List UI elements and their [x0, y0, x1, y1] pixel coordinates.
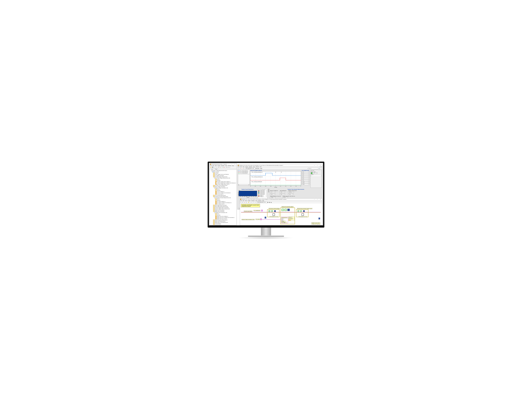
maximize-button[interactable]: □ — [316, 199, 319, 200]
tree-item[interactable]: +Typedefs — [210, 180, 236, 181]
tree-item[interactable]: −DC-RMS Voltage Measurement.lvlib — [210, 177, 236, 179]
menu-view[interactable]: View — [242, 166, 244, 167]
run-icon[interactable]: ▷ — [240, 202, 242, 203]
project-tree[interactable]: −Project: PCBA Measurements.lvproj+My Co… — [210, 170, 236, 225]
sequence-frame-1[interactable]: Push Button for 1 ms — [267, 209, 279, 217]
pe-titlebar[interactable]: ▶ PCBA Measurements.lvproj - Project Exp… — [210, 164, 236, 165]
tree-item[interactable]: +SubVIs — [210, 179, 236, 180]
menu-edit[interactable]: Edit — [243, 200, 244, 201]
tree-item[interactable]: +DC-RMS Current Measurement — [210, 185, 236, 186]
menu-view[interactable]: View — [245, 200, 247, 201]
cut-icon[interactable]: ✂ — [216, 167, 217, 168]
bd-canvas[interactable]: Animation and Tweeter sound checkSequent… — [240, 203, 322, 225]
tree-item[interactable]: +Static Digital State Generation — [210, 205, 236, 206]
tree-item[interactable]: +Digital PWM Measurement — [210, 221, 236, 222]
tree-item[interactable]: +SubVIs — [210, 198, 236, 200]
menu-file[interactable]: File — [238, 166, 239, 167]
digital-acquire-node[interactable] — [287, 209, 290, 211]
menu-view[interactable]: View — [215, 165, 217, 166]
tree-item[interactable]: −Digital Pulse Generation.lvlib — [210, 212, 236, 213]
close-button[interactable]: ✕ — [319, 199, 322, 200]
menu-help[interactable]: Help — [260, 166, 261, 167]
save-all-icon[interactable]: 📑 — [214, 167, 215, 168]
tree-item[interactable]: +Power Supply Source and Measure — [210, 174, 236, 175]
subvi-node[interactable] — [298, 210, 299, 212]
tree-item[interactable]: SV Gen Configure and Generate.vi — [210, 192, 236, 194]
tree-item[interactable]: −Frequency Domain Measurement.lvlib — [210, 197, 236, 198]
highlight-icon[interactable]: 💡 — [248, 202, 249, 203]
tree-item[interactable]: FDV Meas Configure and Measure.vi — [210, 202, 236, 203]
plot-style-icon[interactable]: ▭ — [266, 192, 267, 192]
tree-item[interactable]: Digital Pulse Gen Configure and Generate… — [210, 217, 236, 218]
menu-edit[interactable]: Edit — [240, 166, 242, 167]
filter-icon[interactable]: ☰ — [226, 167, 227, 168]
indicator-terminal[interactable] — [265, 217, 266, 219]
menu-help[interactable]: Help — [232, 165, 234, 166]
tree-item[interactable]: DC-RMS Voltage Meas Close.vi — [210, 183, 236, 185]
retain-wire-icon[interactable]: ⥿ — [249, 202, 251, 203]
help-icon[interactable]: ? — [320, 168, 322, 169]
merge-node[interactable] — [302, 214, 304, 216]
tree-item[interactable]: DC-RMS Voltage Meas Configure and Measur… — [210, 182, 236, 183]
copy-icon[interactable]: ⧉ — [217, 167, 219, 168]
subvi-node[interactable] — [282, 209, 284, 211]
menu-operate[interactable]: Operate — [221, 165, 224, 166]
tree-item[interactable]: −Signal Voltage Generation.lvlib — [210, 187, 236, 189]
menu-window[interactable]: Window — [228, 165, 231, 166]
pause-icon[interactable]: ‖ — [243, 168, 244, 169]
sound-waveform-chart[interactable] — [239, 191, 257, 196]
patterns-legend-scroll[interactable]: ◂▸ — [238, 174, 250, 186]
step-over-icon[interactable]: ↷ — [253, 202, 254, 203]
digital-pattern-chart[interactable]: TS2_DIO/port0/line1100 TS2_DIO/port0/lin… — [250, 171, 301, 186]
menu-window[interactable]: Window — [258, 200, 261, 201]
tree-item[interactable]: +Dynamic Digital Pattern Measurement — [210, 208, 236, 209]
paste-icon[interactable]: 📋 — [219, 167, 221, 168]
tree-item[interactable]: +SubVI — [210, 213, 236, 215]
tree-item[interactable]: −Digital Pulse Generation — [210, 211, 236, 212]
indicator-terminal[interactable] — [318, 218, 320, 219]
plot-style-icon[interactable]: ▭ — [266, 193, 267, 194]
menu-file[interactable]: File — [210, 165, 212, 166]
fp-titlebar[interactable]: ▶ Validation DUT demo Push button LED an… — [237, 165, 322, 166]
pause-icon[interactable]: ‖ — [245, 202, 247, 203]
merge-node[interactable] — [273, 214, 275, 216]
num-10[interactable]: 10 — [281, 218, 284, 219]
plot-style-icon[interactable]: ▭ — [266, 194, 267, 195]
tree-item[interactable]: FDV Meas Close.vi — [210, 203, 236, 205]
wait-node[interactable] — [303, 210, 305, 212]
step-out-icon[interactable]: ↰ — [254, 202, 256, 203]
menu-project[interactable]: Project — [245, 166, 248, 167]
menu-window[interactable]: Window — [256, 166, 259, 167]
tree-item[interactable]: +Synchronization — [210, 224, 236, 225]
tree-item[interactable]: SV Gen Initialize.vi — [210, 191, 236, 192]
menu-project[interactable]: Project — [248, 200, 251, 201]
tree-item[interactable]: +Time Domain Measurement — [210, 195, 236, 196]
deploy-icon[interactable]: ⬇ — [227, 167, 229, 168]
subvi-node[interactable] — [285, 209, 287, 211]
scroll-down-icon[interactable]: ▾ — [268, 191, 269, 192]
tree-item[interactable]: +Typedefs — [210, 215, 236, 216]
abort-icon[interactable]: ● — [244, 202, 245, 203]
resize-icon[interactable]: ⬚▾ — [259, 168, 261, 169]
run-continuous-icon[interactable]: ⟳ — [242, 202, 244, 203]
subvi-node[interactable] — [300, 210, 302, 212]
search-input[interactable] — [308, 168, 318, 169]
refresh-icon[interactable]: ⟳ — [222, 167, 223, 168]
maximize-button[interactable]: □ — [316, 165, 319, 166]
close-button[interactable]: ✕ — [234, 164, 236, 165]
tab-items[interactable]: Items — [210, 168, 214, 170]
align-icon[interactable]: ◧▾ — [267, 202, 269, 203]
minimize-button[interactable]: — — [313, 199, 316, 200]
minimize-button[interactable]: — — [313, 165, 316, 166]
abort-icon[interactable]: ● — [241, 168, 243, 169]
menu-help[interactable]: Help — [262, 200, 264, 201]
run-icon[interactable]: ▷ — [229, 167, 231, 168]
control-terminal[interactable] — [260, 219, 262, 220]
tree-item[interactable]: +Typedefs — [210, 190, 236, 191]
plot-style-icon[interactable]: ▭ — [266, 196, 267, 197]
subvi-node[interactable] — [271, 210, 273, 212]
menu-tools[interactable]: Tools — [253, 166, 255, 167]
search-icon[interactable]: 🔍 — [318, 168, 320, 169]
step-into-icon[interactable]: ↳ — [251, 202, 253, 203]
font-select[interactable]: 15pt Application Font — [245, 168, 256, 169]
